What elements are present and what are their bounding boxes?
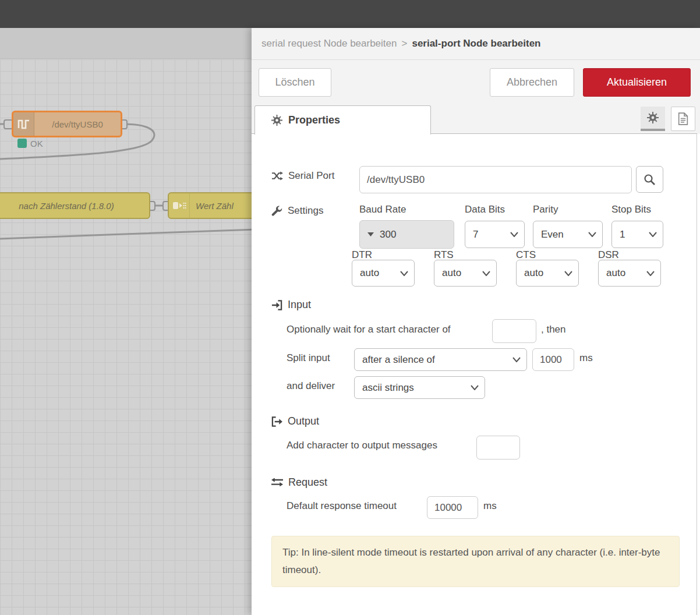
wait-then-text: , then <box>541 324 566 335</box>
timeout-text: Default response timeout <box>287 500 397 512</box>
search-icon <box>644 174 656 186</box>
settings-label: Settings <box>288 205 323 217</box>
add-character-input[interactable] <box>476 436 520 460</box>
data-bits-select[interactable]: 7 <box>465 221 525 248</box>
serial-node-label: /dev/ttyUSB0 <box>34 119 121 129</box>
rts-select[interactable]: auto <box>434 260 497 287</box>
parity-label: Parity <box>533 204 558 215</box>
exchange-icon <box>271 478 283 487</box>
baud-rate-dropdown[interactable]: 300 <box>359 220 454 249</box>
tray-scroll-gutter[interactable] <box>697 134 697 615</box>
timeout-unit-text: ms <box>483 500 497 512</box>
breadcrumb-parent[interactable]: serial request Node bearbeiten <box>261 38 397 50</box>
node-settings-button[interactable] <box>641 107 665 131</box>
document-icon <box>677 112 689 125</box>
delete-button[interactable]: Löschen <box>259 68 331 97</box>
gear-icon <box>271 115 282 126</box>
search-port-button[interactable] <box>636 166 663 193</box>
cts-value: auto <box>524 267 543 279</box>
request-section-label: Request <box>288 476 327 489</box>
dsr-label: DSR <box>598 249 619 261</box>
change-node-icon <box>169 193 190 218</box>
wert-node[interactable]: Wert Zähl <box>168 192 252 219</box>
sign-in-icon <box>271 300 282 310</box>
shuffle-icon <box>271 171 283 181</box>
chevron-down-icon <box>512 357 521 362</box>
square-wave-icon <box>13 112 34 136</box>
serial-port-input[interactable] <box>359 166 632 193</box>
rts-label: RTS <box>434 249 454 261</box>
parity-value: Even <box>541 229 564 241</box>
properties-panel: Serial Port Settings Baud Rate Data Bits… <box>252 134 700 615</box>
breadcrumb: serial request Node bearbeiten > serial-… <box>252 28 700 60</box>
cancel-button[interactable]: Abbrechen <box>490 68 574 97</box>
app-header-bar <box>0 0 700 28</box>
split-mode-value: after a silence of <box>362 354 435 366</box>
data-bits-value: 7 <box>473 229 478 241</box>
deliver-mode-value: ascii strings <box>362 382 414 394</box>
deliver-label: and deliver <box>287 380 335 392</box>
node-doc-button[interactable] <box>671 107 695 131</box>
dtr-value: auto <box>360 267 379 279</box>
zaehlerstand-node-label: nach Zählerstand (1.8.0) <box>0 201 149 211</box>
chevron-down-icon <box>564 271 572 276</box>
tab-properties-label: Properties <box>288 114 340 126</box>
caret-down-icon <box>367 232 374 236</box>
response-timeout-input[interactable] <box>427 496 478 519</box>
chevron-down-icon <box>588 232 596 237</box>
sign-out-icon <box>271 416 282 427</box>
start-character-input[interactable] <box>492 319 536 343</box>
split-unit-text: ms <box>579 352 593 364</box>
edit-tray: serial request Node bearbeiten > serial-… <box>252 28 700 615</box>
chevron-down-icon <box>471 385 479 390</box>
serial-port-label: Serial Port <box>288 170 334 182</box>
wert-node-label: Wert Zähl <box>190 201 252 211</box>
input-section-label: Input <box>288 299 311 311</box>
gear-icon <box>647 112 659 123</box>
chevron-down-icon <box>649 232 657 237</box>
stop-bits-label: Stop Bits <box>611 204 651 215</box>
wait-start-char-text: Optionally wait for a start character of <box>287 324 451 335</box>
dtr-select[interactable]: auto <box>352 260 415 287</box>
wrench-icon <box>271 206 282 217</box>
cts-label: CTS <box>516 249 536 261</box>
split-input-label: Split input <box>287 352 330 364</box>
parity-select[interactable]: Even <box>533 221 603 248</box>
chevron-down-icon <box>400 271 408 276</box>
chevron-down-icon <box>510 232 518 237</box>
add-char-text: Add character to output messages <box>287 440 437 451</box>
node-status-text: OK <box>30 139 43 149</box>
dsr-value: auto <box>606 267 625 279</box>
update-button[interactable]: Aktualisieren <box>583 68 691 97</box>
node-status-dot <box>17 139 27 148</box>
chevron-down-icon <box>482 271 490 276</box>
tip-box: Tip: In line-silent mode timeout is rest… <box>271 536 680 587</box>
silence-ms-input[interactable] <box>532 348 574 371</box>
baud-rate-label: Baud Rate <box>359 204 406 215</box>
stop-bits-select[interactable]: 1 <box>611 221 663 248</box>
flow-canvas[interactable]: /dev/ttyUSB0 OK nach Zählerstand (1.8.0)… <box>0 28 252 615</box>
deliver-mode-select[interactable]: ascii strings <box>354 376 485 399</box>
serial-node[interactable]: /dev/ttyUSB0 <box>12 111 122 137</box>
dtr-label: DTR <box>352 249 372 261</box>
dsr-select[interactable]: auto <box>598 260 661 287</box>
data-bits-label: Data Bits <box>465 204 505 215</box>
stop-bits-value: 1 <box>620 229 625 241</box>
tab-properties[interactable]: Properties <box>254 105 431 135</box>
output-section-label: Output <box>288 415 319 427</box>
baud-rate-value: 300 <box>380 229 396 241</box>
rts-value: auto <box>442 267 461 279</box>
breadcrumb-separator-icon: > <box>401 38 407 50</box>
zaehlerstand-node[interactable]: nach Zählerstand (1.8.0) <box>0 192 150 219</box>
split-mode-select[interactable]: after a silence of <box>354 348 527 371</box>
breadcrumb-current: serial-port Node bearbeiten <box>412 38 540 50</box>
cts-select[interactable]: auto <box>516 260 579 287</box>
chevron-down-icon <box>646 271 655 276</box>
